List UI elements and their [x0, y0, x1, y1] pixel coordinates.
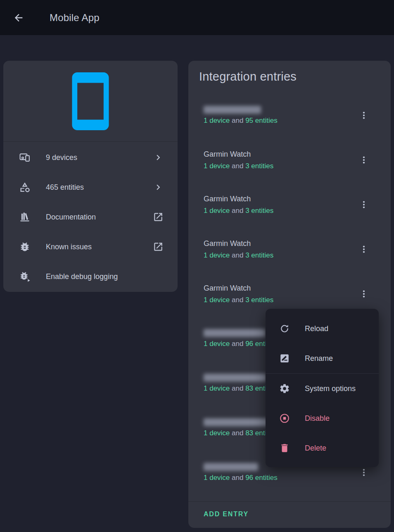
entry-subtitle-and: and — [230, 162, 245, 170]
menu-item-rename[interactable]: Rename — [266, 344, 379, 373]
entry-device-count: 1 device — [204, 251, 230, 259]
entry-name: Garmin Watch — [204, 283, 351, 293]
entry-device-count: 1 device — [204, 340, 230, 348]
cellphone-icon — [71, 72, 109, 130]
integration-entry-row-garmin-watch[interactable]: Garmin Watch 1 device and 3 entities — [188, 144, 391, 188]
add-entry-button[interactable]: ADD ENTRY — [197, 506, 255, 522]
entry-menu-button[interactable] — [356, 286, 372, 302]
stop-circle-icon — [279, 413, 290, 424]
overview-item-465-entities[interactable]: 465 entities — [3, 172, 178, 202]
entry-name-redacted — [204, 106, 261, 114]
entry-entity-count: 96 entities — [245, 474, 278, 482]
integration-entry-row-garmin-watch[interactable]: Garmin Watch 1 device and 3 entities — [188, 188, 391, 233]
dots-vertical-icon — [359, 289, 369, 299]
entry-menu-button[interactable] — [356, 107, 372, 124]
entry-device-count: 1 device — [204, 474, 230, 482]
entry-subtitle: 1 device and 3 entities — [204, 206, 351, 215]
overview-item-label: 9 devices — [46, 153, 153, 162]
open-in-new-icon — [153, 241, 164, 252]
delete-icon — [279, 443, 290, 453]
overview-item-known-issues[interactable]: Known issues — [3, 232, 178, 262]
entry-name-redacted — [204, 329, 266, 337]
overview-item-enable-debug-logging[interactable]: Enable debug logging — [3, 262, 178, 291]
overview-item-label: Known issues — [46, 243, 153, 251]
integration-entry-row-garmin-watch[interactable]: Garmin Watch 1 device and 3 entities — [188, 233, 391, 278]
overview-item-9-devices[interactable]: 9 devices — [3, 143, 178, 172]
overview-item-documentation[interactable]: Documentation — [3, 202, 178, 232]
entry-name-redacted — [204, 374, 266, 382]
entry-subtitle: 1 device and 3 entities — [204, 162, 351, 171]
overview-item-label: Enable debug logging — [46, 272, 153, 281]
dots-vertical-icon — [359, 244, 369, 254]
entry-device-count: 1 device — [204, 162, 230, 170]
page-title: Mobile App — [50, 0, 100, 35]
entry-subtitle-and: and — [230, 296, 245, 304]
entry-subtitle-and: and — [230, 207, 245, 215]
entry-entity-count: 3 entities — [245, 251, 273, 259]
chevron-right-icon — [153, 152, 164, 163]
overview-list: 9 devices 465 entities Documentation Kno… — [3, 142, 178, 291]
entry-subtitle-and: and — [230, 474, 245, 482]
entry-name: Garmin Watch — [204, 149, 351, 159]
entry-name: Garmin Watch — [204, 194, 351, 204]
entry-subtitle: 1 device and 3 entities — [204, 251, 351, 260]
entries-card-title: Integration entries — [199, 70, 297, 83]
entry-subtitle-and: and — [230, 384, 245, 392]
entry-device-count: 1 device — [204, 207, 230, 215]
entry-subtitle-and: and — [230, 429, 245, 437]
menu-item-reload[interactable]: Reload — [266, 314, 379, 344]
top-app-bar: Mobile App — [0, 0, 394, 35]
entry-device-count: 1 device — [204, 384, 230, 392]
entry-subtitle: 1 device and 96 entities — [204, 473, 351, 482]
arrow-left-icon — [13, 12, 24, 24]
shapes-icon — [19, 181, 31, 193]
entry-subtitle: 1 device and 95 entities — [204, 116, 351, 125]
bug-play-icon — [19, 271, 31, 282]
entry-menu-button[interactable] — [356, 196, 372, 213]
dots-vertical-icon — [359, 155, 369, 165]
entry-subtitle-and: and — [230, 117, 245, 124]
entry-name-redacted — [204, 418, 268, 426]
entry-entity-count: 95 entities — [245, 117, 278, 124]
entry-device-count: 1 device — [204, 296, 230, 304]
entry-subtitle: 1 device and 3 entities — [204, 296, 351, 305]
dots-vertical-icon — [359, 200, 369, 210]
entry-device-count: 1 device — [204, 429, 230, 437]
devices-icon — [19, 152, 31, 163]
entry-context-menu: Reload Rename System options Disable Del… — [266, 309, 379, 467]
entry-entity-count: 3 entities — [245, 296, 273, 304]
bookshelf-icon — [19, 211, 31, 223]
menu-item-disable[interactable]: Disable — [266, 403, 379, 433]
overview-item-label: 465 entities — [46, 183, 153, 192]
entries-card-footer: ADD ENTRY — [188, 501, 391, 528]
menu-item-label: Disable — [305, 414, 330, 423]
entry-name: Garmin Watch — [204, 239, 351, 248]
open-in-new-icon — [153, 212, 164, 222]
menu-item-label: Reload — [305, 324, 328, 333]
integration-icon-area — [3, 61, 178, 142]
integration-overview-card: 9 devices 465 entities Documentation Kno… — [3, 61, 178, 292]
entry-device-count: 1 device — [204, 117, 230, 124]
entry-subtitle-and: and — [230, 340, 245, 348]
menu-item-delete[interactable]: Delete — [266, 433, 379, 463]
reload-icon — [279, 323, 290, 334]
menu-item-system-options[interactable]: System options — [266, 374, 379, 403]
entry-name-redacted — [204, 463, 258, 471]
menu-item-label: System options — [305, 384, 356, 393]
entry-menu-button[interactable] — [356, 152, 372, 168]
rename-icon — [279, 353, 290, 364]
entry-entity-count: 3 entities — [245, 207, 273, 215]
menu-item-label: Rename — [305, 354, 333, 363]
entry-menu-button[interactable] — [356, 241, 372, 258]
integration-entry-row[interactable]: 1 device and 95 entities — [188, 99, 391, 144]
menu-item-label: Delete — [305, 444, 326, 453]
dots-vertical-icon — [359, 468, 369, 477]
back-button[interactable] — [9, 8, 28, 27]
dots-vertical-icon — [359, 110, 369, 120]
entry-entity-count: 3 entities — [245, 162, 273, 170]
chevron-right-icon — [153, 182, 164, 193]
bug-icon — [19, 241, 31, 253]
entry-subtitle-and: and — [230, 251, 245, 259]
integration-entries-card: Integration entries 1 device and 95 enti… — [188, 61, 391, 528]
overview-item-label: Documentation — [46, 213, 153, 222]
